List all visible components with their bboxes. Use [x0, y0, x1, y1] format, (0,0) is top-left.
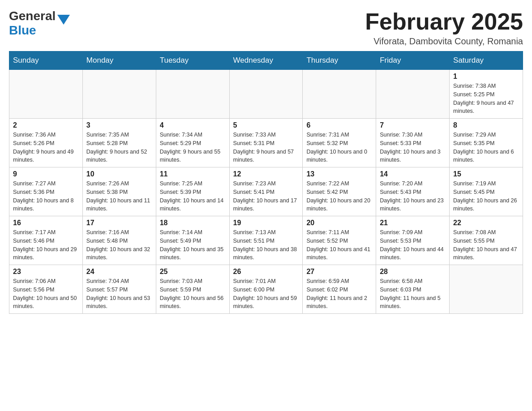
- day-info: Sunrise: 7:25 AMSunset: 5:39 PMDaylight:…: [160, 180, 226, 213]
- day-info: Sunrise: 7:16 AMSunset: 5:48 PMDaylight:…: [86, 228, 152, 262]
- day-number: 15: [453, 170, 519, 178]
- calendar-week-row: 16Sunrise: 7:17 AMSunset: 5:46 PMDayligh…: [9, 216, 523, 265]
- day-info: Sunrise: 7:26 AMSunset: 5:38 PMDaylight:…: [86, 180, 152, 213]
- calendar-cell: 28Sunrise: 6:58 AMSunset: 6:03 PMDayligh…: [376, 265, 450, 314]
- weekday-header-friday: Friday: [376, 51, 450, 70]
- calendar-cell: 21Sunrise: 7:09 AMSunset: 5:53 PMDayligh…: [376, 216, 450, 265]
- weekday-header-row: SundayMondayTuesdayWednesdayThursdayFrid…: [9, 51, 523, 70]
- logo-text: GeneralBlue: [9, 9, 56, 38]
- day-info: Sunrise: 7:31 AMSunset: 5:32 PMDaylight:…: [306, 131, 372, 164]
- weekday-header-sunday: Sunday: [9, 51, 83, 70]
- day-number: 26: [233, 268, 299, 276]
- day-number: 24: [86, 268, 152, 276]
- calendar-cell: 22Sunrise: 7:08 AMSunset: 5:55 PMDayligh…: [450, 216, 523, 265]
- calendar-cell: [9, 70, 83, 119]
- calendar-cell: 4Sunrise: 7:34 AMSunset: 5:29 PMDaylight…: [156, 119, 229, 167]
- day-number: 21: [380, 219, 446, 227]
- calendar-cell: 27Sunrise: 6:59 AMSunset: 6:02 PMDayligh…: [303, 265, 376, 314]
- calendar-cell: 20Sunrise: 7:11 AMSunset: 5:52 PMDayligh…: [303, 216, 376, 265]
- title-block: February 2025 Viforata, Dambovita County…: [365, 9, 523, 47]
- weekday-header-wednesday: Wednesday: [229, 51, 303, 70]
- calendar-cell: 18Sunrise: 7:14 AMSunset: 5:49 PMDayligh…: [156, 216, 229, 265]
- calendar-table: SundayMondayTuesdayWednesdayThursdayFrid…: [9, 51, 523, 314]
- calendar-cell: 11Sunrise: 7:25 AMSunset: 5:39 PMDayligh…: [156, 167, 229, 216]
- logo-arrow-icon: [57, 15, 70, 25]
- day-info: Sunrise: 7:01 AMSunset: 6:00 PMDaylight:…: [233, 277, 299, 311]
- calendar-cell: 6Sunrise: 7:31 AMSunset: 5:32 PMDaylight…: [303, 119, 376, 167]
- logo: GeneralBlue: [9, 9, 70, 38]
- day-info: Sunrise: 7:22 AMSunset: 5:42 PMDaylight:…: [306, 180, 372, 213]
- calendar-cell: 16Sunrise: 7:17 AMSunset: 5:46 PMDayligh…: [9, 216, 83, 265]
- day-info: Sunrise: 7:29 AMSunset: 5:35 PMDaylight:…: [453, 131, 519, 164]
- day-info: Sunrise: 7:33 AMSunset: 5:31 PMDaylight:…: [233, 131, 299, 164]
- day-number: 13: [306, 170, 372, 178]
- calendar-cell: 10Sunrise: 7:26 AMSunset: 5:38 PMDayligh…: [82, 167, 156, 216]
- day-info: Sunrise: 7:35 AMSunset: 5:28 PMDaylight:…: [86, 131, 152, 164]
- day-number: 3: [86, 121, 152, 129]
- calendar-cell: 5Sunrise: 7:33 AMSunset: 5:31 PMDaylight…: [229, 119, 303, 167]
- logo-blue: Blue: [9, 23, 36, 37]
- day-number: 23: [13, 268, 79, 276]
- weekday-header-thursday: Thursday: [303, 51, 376, 70]
- day-number: 18: [160, 219, 226, 227]
- day-info: Sunrise: 7:14 AMSunset: 5:49 PMDaylight:…: [160, 228, 226, 262]
- calendar-week-row: 23Sunrise: 7:06 AMSunset: 5:56 PMDayligh…: [9, 265, 523, 314]
- calendar-cell: 2Sunrise: 7:36 AMSunset: 5:26 PMDaylight…: [9, 119, 83, 167]
- calendar-cell: 1Sunrise: 7:38 AMSunset: 5:25 PMDaylight…: [450, 70, 523, 119]
- day-number: 7: [380, 121, 446, 129]
- day-info: Sunrise: 7:13 AMSunset: 5:51 PMDaylight:…: [233, 228, 299, 262]
- calendar-cell: 9Sunrise: 7:27 AMSunset: 5:36 PMDaylight…: [9, 167, 83, 216]
- calendar-week-row: 2Sunrise: 7:36 AMSunset: 5:26 PMDaylight…: [9, 119, 523, 167]
- calendar-cell: 8Sunrise: 7:29 AMSunset: 5:35 PMDaylight…: [450, 119, 523, 167]
- day-info: Sunrise: 7:27 AMSunset: 5:36 PMDaylight:…: [13, 180, 79, 213]
- day-number: 10: [86, 170, 152, 178]
- calendar-cell: [376, 70, 450, 119]
- calendar-cell: 24Sunrise: 7:04 AMSunset: 5:57 PMDayligh…: [82, 265, 156, 314]
- weekday-header-monday: Monday: [82, 51, 156, 70]
- day-info: Sunrise: 7:09 AMSunset: 5:53 PMDaylight:…: [380, 228, 446, 262]
- calendar-cell: 7Sunrise: 7:30 AMSunset: 5:33 PMDaylight…: [376, 119, 450, 167]
- day-number: 4: [160, 121, 226, 129]
- day-number: 28: [380, 268, 446, 276]
- day-number: 22: [453, 219, 519, 227]
- day-info: Sunrise: 7:04 AMSunset: 5:57 PMDaylight:…: [86, 277, 152, 311]
- calendar-cell: 17Sunrise: 7:16 AMSunset: 5:48 PMDayligh…: [82, 216, 156, 265]
- day-info: Sunrise: 7:08 AMSunset: 5:55 PMDaylight:…: [453, 228, 519, 262]
- weekday-header-tuesday: Tuesday: [156, 51, 229, 70]
- day-info: Sunrise: 7:11 AMSunset: 5:52 PMDaylight:…: [306, 228, 372, 262]
- weekday-header-saturday: Saturday: [450, 51, 523, 70]
- day-number: 16: [13, 219, 79, 227]
- day-info: Sunrise: 7:30 AMSunset: 5:33 PMDaylight:…: [380, 131, 446, 164]
- day-number: 6: [306, 121, 372, 129]
- day-info: Sunrise: 7:23 AMSunset: 5:41 PMDaylight:…: [233, 180, 299, 213]
- calendar-cell: 3Sunrise: 7:35 AMSunset: 5:28 PMDaylight…: [82, 119, 156, 167]
- calendar-cell: [156, 70, 229, 119]
- calendar-cell: 25Sunrise: 7:03 AMSunset: 5:59 PMDayligh…: [156, 265, 229, 314]
- page-header: GeneralBlue February 2025 Viforata, Damb…: [9, 9, 523, 47]
- calendar-cell: [229, 70, 303, 119]
- day-info: Sunrise: 7:17 AMSunset: 5:46 PMDaylight:…: [13, 228, 79, 262]
- calendar-cell: [82, 70, 156, 119]
- calendar-cell: [450, 265, 523, 314]
- day-info: Sunrise: 7:36 AMSunset: 5:26 PMDaylight:…: [13, 131, 79, 164]
- day-info: Sunrise: 7:06 AMSunset: 5:56 PMDaylight:…: [13, 277, 79, 311]
- day-info: Sunrise: 7:34 AMSunset: 5:29 PMDaylight:…: [160, 131, 226, 164]
- calendar-cell: 23Sunrise: 7:06 AMSunset: 5:56 PMDayligh…: [9, 265, 83, 314]
- day-number: 5: [233, 121, 299, 129]
- day-info: Sunrise: 6:58 AMSunset: 6:03 PMDaylight:…: [380, 277, 446, 311]
- day-number: 8: [453, 121, 519, 129]
- calendar-week-row: 9Sunrise: 7:27 AMSunset: 5:36 PMDaylight…: [9, 167, 523, 216]
- day-number: 9: [13, 170, 79, 178]
- day-number: 20: [306, 219, 372, 227]
- calendar-cell: 26Sunrise: 7:01 AMSunset: 6:00 PMDayligh…: [229, 265, 303, 314]
- day-number: 17: [86, 219, 152, 227]
- day-info: Sunrise: 7:20 AMSunset: 5:43 PMDaylight:…: [380, 180, 446, 213]
- day-number: 12: [233, 170, 299, 178]
- day-number: 14: [380, 170, 446, 178]
- day-number: 19: [233, 219, 299, 227]
- day-number: 25: [160, 268, 226, 276]
- day-number: 1: [453, 73, 519, 81]
- calendar-cell: 15Sunrise: 7:19 AMSunset: 5:45 PMDayligh…: [450, 167, 523, 216]
- calendar-cell: 19Sunrise: 7:13 AMSunset: 5:51 PMDayligh…: [229, 216, 303, 265]
- day-number: 2: [13, 121, 79, 129]
